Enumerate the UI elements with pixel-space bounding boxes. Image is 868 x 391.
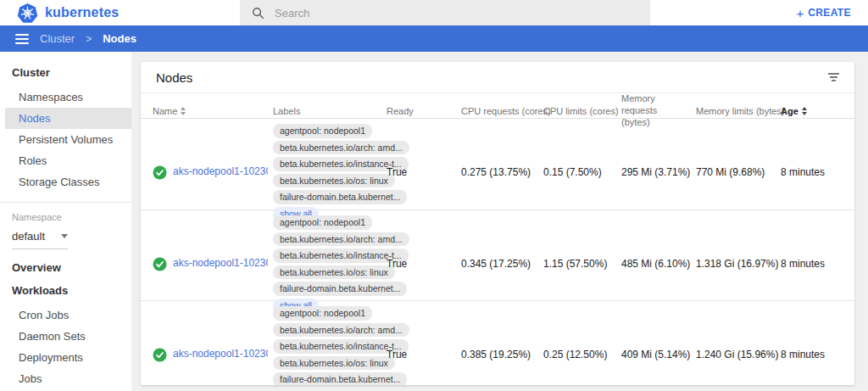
labels-cell: agentpool: nodepool1 beta.kubernetes.io/… — [273, 301, 387, 385]
table-row: aks-nodepool1-10230590-vm... agentpool: … — [141, 300, 854, 385]
sidebar-item-namespaces[interactable]: Namespaces — [0, 87, 131, 108]
sidebar-item-persistent-volumes[interactable]: Persistent Volumes — [0, 129, 131, 150]
sidebar-item-cron-jobs[interactable]: Cron Jobs — [0, 304, 131, 326]
memory-limits-cell: 1.240 Gi (15.96%) — [696, 349, 781, 360]
memory-requests-cell: 295 Mi (3.71%) — [621, 166, 696, 178]
breadcrumb-current-page: Nodes — [103, 32, 136, 45]
label-chip: failure-domain.beta.kubernet... — [273, 190, 407, 204]
status-ok-icon — [153, 257, 167, 271]
column-header-cpu-requests: CPU requests (cores) — [461, 106, 543, 116]
status-ok-icon — [153, 165, 167, 180]
cpu-limits-cell: 1.15 (57.50%) — [543, 258, 621, 270]
memory-requests-cell: 409 Mi (5.14%) — [621, 349, 696, 360]
ready-cell: True — [387, 258, 461, 270]
sort-icon — [181, 107, 186, 115]
column-header-memory-limits: Memory limits (bytes) — [696, 106, 781, 116]
label-chip: failure-domain.beta.kubernet... — [273, 282, 407, 296]
cpu-requests-cell: 0.345 (17.25%) — [461, 258, 543, 270]
label-chip: beta.kubernetes.io/arch: amd... — [273, 323, 409, 338]
sidebar-section-cluster: Cluster — [0, 52, 131, 87]
top-bar: kubernetes + CREATE — [0, 0, 868, 25]
ready-cell: True — [387, 166, 461, 178]
cpu-limits-cell: 0.25 (12.50%) — [543, 349, 621, 360]
create-button-label: CREATE — [808, 7, 851, 19]
label-chip: beta.kubernetes.io/os: linux — [273, 265, 395, 280]
cpu-requests-cell: 0.275 (13.75%) — [461, 166, 543, 178]
node-name-link[interactable]: aks-nodepool1-10230590-vm... — [173, 348, 268, 360]
sidebar-section-workloads: Workloads — [0, 279, 131, 304]
brand[interactable]: kubernetes — [0, 3, 119, 24]
filter-icon[interactable] — [823, 68, 844, 87]
search-bar[interactable] — [240, 0, 650, 25]
ready-cell: True — [387, 349, 461, 360]
age-cell: 8 minutes — [781, 258, 843, 270]
memory-limits-cell: 1.318 Gi (16.97%) — [696, 258, 781, 270]
column-header-name[interactable]: Name — [153, 106, 273, 116]
label-chip: agentpool: nodepool1 — [273, 306, 372, 321]
label-chip: beta.kubernetes.io/os: linux — [273, 356, 395, 371]
node-name-link[interactable]: aks-nodepool1-10230590-vm... — [173, 165, 268, 177]
table-row: aks-nodepool1-10230590-vm... agentpool: … — [141, 119, 854, 209]
column-header-age[interactable]: Age — [781, 106, 843, 116]
create-button[interactable]: + CREATE — [791, 0, 856, 25]
age-cell: 8 minutes — [781, 166, 843, 178]
sidebar-item-overview[interactable]: Overview — [0, 249, 131, 279]
column-header-cpu-limits: CPU limits (cores) — [543, 106, 621, 116]
age-cell: 8 minutes — [781, 349, 843, 360]
label-chip: agentpool: nodepool1 — [273, 124, 372, 138]
cpu-requests-cell: 0.385 (19.25%) — [461, 349, 543, 360]
namespace-label: Namespace — [0, 203, 131, 224]
sidebar-item-nodes[interactable]: Nodes — [5, 108, 131, 129]
node-name-link[interactable]: aks-nodepool1-10230590-vm... — [173, 257, 268, 269]
column-header-ready: Ready — [387, 106, 461, 116]
card-title: Nodes — [156, 70, 192, 85]
memory-requests-cell: 485 Mi (6.10%) — [621, 258, 696, 270]
cpu-limits-cell: 0.15 (7.50%) — [543, 166, 621, 178]
menu-icon[interactable] — [15, 34, 29, 44]
column-header-memory-requests: Memory requests (bytes) — [621, 93, 696, 128]
breadcrumb-cluster[interactable]: Cluster — [40, 32, 75, 45]
table-header-row: Name Labels Ready CPU requests (cores) C… — [141, 93, 854, 119]
table-row: aks-nodepool1-10230590-vm... agentpool: … — [141, 209, 854, 300]
breadcrumb-separator-icon: > — [86, 33, 92, 45]
chevron-down-icon — [61, 234, 68, 238]
label-chip: beta.kubernetes.io/arch: amd... — [273, 141, 409, 155]
search-icon — [252, 7, 264, 20]
sort-icon-active — [802, 107, 807, 115]
main-content: Nodes Name Labels Ready CPU requests (co… — [131, 52, 868, 391]
plus-icon: + — [796, 7, 804, 20]
column-header-labels: Labels — [273, 106, 387, 116]
status-ok-icon — [153, 348, 167, 362]
search-input[interactable] — [273, 6, 638, 20]
brand-name: kubernetes — [45, 5, 119, 20]
sidebar: Cluster Namespaces Nodes Persistent Volu… — [0, 52, 131, 391]
sidebar-item-roles[interactable]: Roles — [0, 150, 131, 171]
nodes-card: Nodes Name Labels Ready CPU requests (co… — [141, 62, 854, 385]
namespace-select-value: default — [12, 230, 45, 243]
label-chip: failure-domain.beta.kubernet... — [273, 372, 407, 385]
label-chip: beta.kubernetes.io/os: linux — [273, 174, 395, 188]
namespace-select[interactable]: default — [12, 230, 68, 249]
sidebar-item-storage-classes[interactable]: Storage Classes — [0, 171, 131, 193]
label-chip: agentpool: nodepool1 — [273, 215, 372, 230]
sidebar-item-daemon-sets[interactable]: Daemon Sets — [0, 326, 131, 347]
memory-limits-cell: 770 Mi (9.68%) — [696, 166, 781, 178]
label-chip: beta.kubernetes.io/arch: amd... — [273, 232, 409, 247]
sidebar-item-deployments[interactable]: Deployments — [0, 347, 131, 368]
kubernetes-logo-icon — [17, 3, 38, 24]
breadcrumb-bar: Cluster > Nodes — [0, 25, 868, 52]
sidebar-item-jobs[interactable]: Jobs — [0, 368, 131, 389]
